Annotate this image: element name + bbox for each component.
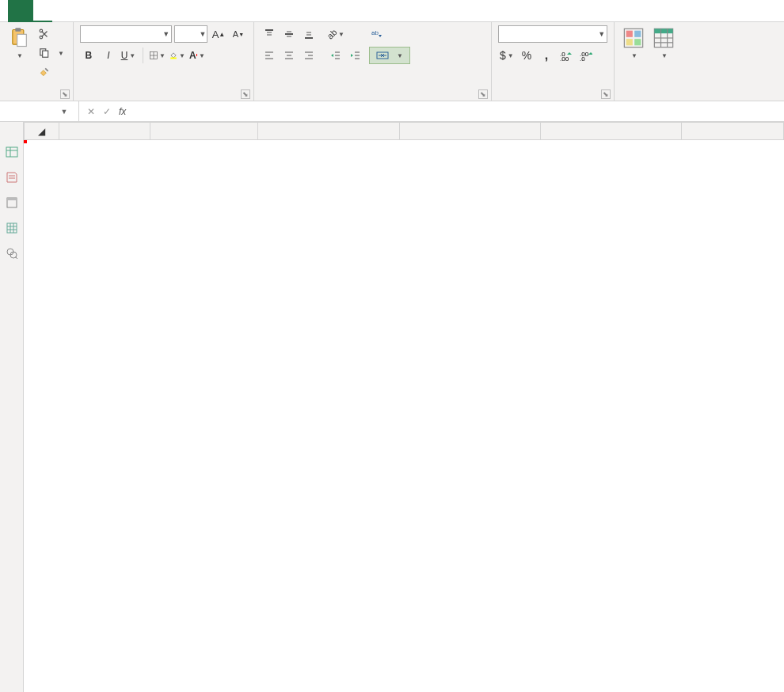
conditional-formatting-button[interactable]: ▼	[621, 25, 646, 61]
group-number: ▼ $▼ % , .0.00 .00.0 ⬊	[492, 22, 615, 101]
chevron-down-icon[interactable]: ▼	[57, 108, 71, 116]
tab-view[interactable]	[166, 0, 185, 22]
tab-kutools[interactable]	[223, 0, 242, 22]
dialog-launcher-icon[interactable]: ⬊	[478, 89, 488, 99]
svg-rect-2	[17, 34, 27, 46]
chevron-down-icon: ▼	[631, 52, 637, 59]
orientation-button[interactable]: ab▼	[327, 25, 344, 43]
decrease-font-button[interactable]: A▼	[230, 25, 247, 43]
font-name-combo[interactable]: ▼	[80, 25, 172, 43]
column-header-B[interactable]	[150, 123, 258, 140]
tab-file[interactable]	[8, 0, 33, 22]
tab-home[interactable]	[33, 0, 52, 22]
increase-decimal-icon: .0.00	[560, 50, 573, 61]
increase-font-button[interactable]: A▲	[210, 25, 227, 43]
comma-format-button[interactable]: ,	[538, 47, 555, 64]
align-middle-button[interactable]	[280, 25, 298, 43]
borders-button[interactable]: ▼	[149, 47, 166, 64]
paste-button[interactable]: ▼	[6, 25, 32, 61]
number-format-combo[interactable]: ▼	[498, 25, 607, 43]
underline-button[interactable]: U▼	[120, 47, 137, 64]
tab-kutools-plus[interactable]	[242, 0, 261, 22]
cancel-formula-icon[interactable]: ✕	[87, 106, 95, 117]
column-header-F[interactable]	[682, 123, 784, 140]
column-header-D[interactable]	[399, 123, 540, 140]
bold-button[interactable]: B	[80, 47, 97, 64]
ribbon-tabs	[0, 0, 784, 22]
format-painter-button[interactable]	[36, 63, 67, 81]
dialog-launcher-icon[interactable]: ⬊	[60, 89, 70, 99]
svg-rect-43	[634, 31, 641, 37]
ribbon: ▼ ▼ ⬊ ▼ ▼	[0, 22, 784, 101]
number-format-input[interactable]	[499, 29, 596, 40]
font-name-input[interactable]	[81, 29, 162, 40]
tab-formulas[interactable]	[109, 0, 128, 22]
tab-insert[interactable]	[52, 0, 71, 22]
column-header-C[interactable]	[258, 123, 399, 140]
fx-icon[interactable]: fx	[119, 106, 126, 117]
increase-decimal-button[interactable]: .0.00	[558, 47, 575, 64]
fill-color-button[interactable]: ▼	[169, 47, 186, 64]
chevron-down-icon[interactable]: ▼	[596, 30, 607, 38]
align-left-icon	[264, 50, 275, 61]
tab-review[interactable]	[147, 0, 166, 22]
outdent-icon	[330, 50, 341, 61]
copy-icon	[39, 48, 50, 59]
selection-frame	[24, 140, 27, 143]
navigation-pane-icon[interactable]	[6, 146, 18, 158]
paintbrush-icon	[39, 67, 50, 78]
autotext-icon[interactable]	[6, 171, 18, 184]
cut-button[interactable]	[36, 25, 67, 43]
formula-input[interactable]	[134, 106, 784, 117]
enter-formula-icon[interactable]: ✓	[103, 106, 111, 117]
cell-reference-input[interactable]	[0, 106, 57, 117]
tab-automateexcel[interactable]	[185, 0, 204, 22]
chevron-down-icon: ▼	[199, 52, 205, 59]
tab-draw[interactable]	[71, 0, 90, 22]
tab-page-layout[interactable]	[90, 0, 109, 22]
spreadsheet-grid[interactable]: ◢	[24, 122, 784, 692]
font-size-combo[interactable]: ▼	[174, 25, 207, 43]
chevron-down-icon: ▼	[17, 52, 23, 59]
column-header-A[interactable]	[59, 123, 150, 140]
column-header-E[interactable]	[540, 123, 681, 140]
increase-indent-button[interactable]	[347, 47, 364, 64]
accounting-format-button[interactable]: $▼	[498, 47, 516, 64]
svg-rect-47	[654, 29, 672, 33]
align-bottom-button[interactable]	[300, 25, 318, 43]
dialog-launcher-icon[interactable]: ⬊	[241, 89, 250, 99]
format-as-table-button[interactable]: ▼	[651, 25, 676, 61]
select-all-corner[interactable]: ◢	[25, 123, 59, 140]
dialog-launcher-icon[interactable]: ⬊	[601, 89, 611, 99]
chevron-down-icon: ▼	[129, 52, 135, 59]
workbook-icon[interactable]	[6, 196, 18, 209]
chevron-down-icon: ▼	[159, 52, 166, 59]
worksheet-icon[interactable]	[6, 222, 18, 234]
find-replace-icon[interactable]	[6, 247, 18, 260]
svg-rect-59	[7, 223, 17, 233]
italic-button[interactable]: I	[100, 47, 117, 64]
decrease-indent-button[interactable]	[327, 47, 344, 64]
align-left-button[interactable]	[261, 47, 278, 64]
align-top-icon	[264, 29, 275, 40]
chevron-down-icon[interactable]: ▼	[162, 30, 171, 38]
align-top-button[interactable]	[261, 25, 278, 43]
decrease-decimal-button[interactable]: .00.0	[577, 47, 595, 64]
svg-text:.0: .0	[580, 55, 585, 61]
merge-icon	[376, 50, 389, 61]
align-right-button[interactable]	[300, 47, 318, 64]
tab-developer[interactable]	[204, 0, 223, 22]
wrap-text-button[interactable]: ab	[369, 25, 410, 43]
font-size-input[interactable]	[175, 29, 199, 40]
chevron-down-icon[interactable]: ▼	[199, 30, 207, 38]
merge-center-button[interactable]: ▼	[369, 47, 410, 64]
name-box[interactable]: ▼	[0, 101, 79, 121]
paint-bucket-icon	[169, 50, 177, 61]
tab-data[interactable]	[128, 0, 147, 22]
group-alignment: ab▼ ab ▼	[254, 22, 492, 101]
align-center-button[interactable]	[280, 47, 298, 64]
font-color-button[interactable]: A▼	[188, 47, 206, 64]
copy-button[interactable]: ▼	[36, 44, 67, 62]
percent-format-button[interactable]: %	[518, 47, 535, 64]
group-clipboard: ▼ ▼ ⬊	[0, 22, 74, 101]
